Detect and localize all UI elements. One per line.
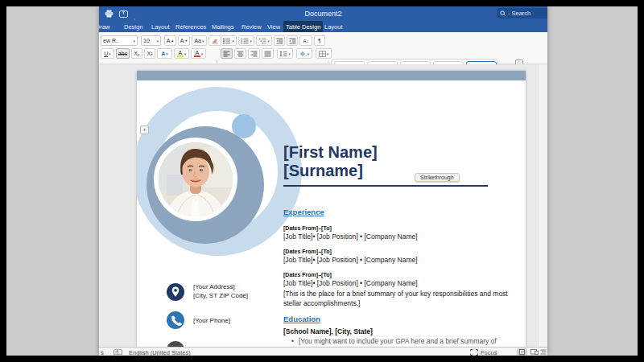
word-count-fragment[interactable]: s [101,349,104,356]
outline-view-button[interactable] [540,348,547,356]
show-marks-button[interactable]: ¶ [314,35,325,46]
indent-icon [289,38,296,44]
bullets-button[interactable] [221,35,237,46]
education-bullet-line[interactable]: • [You might want to include your GPA he… [291,337,526,345]
entry-role: [Job Title]• [Job Position] • [Company N… [283,257,418,264]
font-color-button[interactable]: A [191,48,206,59]
increase-indent-button[interactable] [287,35,298,46]
entry-dates: [Dates From]–[To] [283,272,418,278]
multilevel-list-icon [258,38,266,44]
vertical-scrollbar[interactable] [538,64,547,347]
first-name-text: [First Name] [283,143,378,162]
email-icon [167,341,184,347]
subscript-button[interactable]: X₂ [131,48,142,59]
sort-button[interactable]: A↓ [299,35,312,46]
tab-view[interactable]: View [265,21,283,32]
align-right-icon [250,51,258,57]
surname-text: [Surname] [283,162,378,180]
search-placeholder: Search [512,10,531,17]
eraser-icon [212,38,219,44]
tab-references[interactable]: References [173,21,208,32]
tab-table-layout[interactable]: Layout [322,21,345,32]
print-layout-view-button[interactable] [517,348,527,356]
multilevel-list-button[interactable] [256,35,272,46]
bullet-text: [You might want to include your GPA here… [299,337,497,345]
screen: Document2 Search Draw Design Layout Refe… [0,0,644,362]
document-page[interactable]: + [First Name] [Surname] Strikethrough E… [137,71,526,347]
table-move-handle[interactable]: + [140,125,149,134]
highlight-button[interactable]: A [174,48,189,59]
status-bar: s English (United States) Focus [99,347,547,356]
font-size-combo[interactable]: 10 [141,35,161,46]
align-right-button[interactable] [248,48,260,59]
experience-entry[interactable]: [Dates From]–[To] [Job Title]• [Job Posi… [283,249,418,264]
text-effects-button[interactable]: A [157,48,172,59]
search-input[interactable]: Search [497,8,547,19]
address-line1: [Your Address] [193,282,248,291]
font-name-combo[interactable]: ew R.. [101,35,138,46]
font-name-caret [133,38,135,43]
address-line2: [City, ST ZIP Code] [193,291,248,300]
shading-button[interactable] [296,48,312,59]
decrease-indent-button[interactable] [274,35,285,46]
window-title: Document2 [99,10,547,18]
proofing-icon[interactable] [114,349,122,356]
numbering-button[interactable] [238,35,254,46]
entry-dates: [Dates From]–[To] [283,249,418,254]
titlebar: Document2 Search [99,6,547,21]
education-heading[interactable]: Education [283,315,320,323]
document-canvas: + [First Name] [Surname] Strikethrough E… [99,64,547,347]
language-status[interactable]: English (United States) [129,349,191,356]
align-center-icon [237,51,244,57]
search-icon [500,10,506,17]
justify-icon [264,51,271,57]
experience-entry[interactable]: [Dates From]–[To] [Job Title]• [Job Posi… [283,272,418,287]
portrait-image [159,142,233,216]
entry-role: [Job Title]• [Job Position] • [Company N… [283,280,418,287]
tab-draw[interactable]: Draw [99,21,113,32]
borders-grid-icon [319,51,326,57]
web-layout-view-button[interactable] [529,348,539,356]
experience-entry[interactable]: [Dates From]–[To] [Job Title]• [Job Posi… [283,225,418,241]
title-rule [283,185,488,187]
underline-button[interactable]: U [101,48,114,59]
page-header-band [137,71,526,80]
phone-icon [167,311,184,329]
outdent-icon [276,38,283,44]
font-name-value: ew R.. [103,38,119,43]
address-text[interactable]: [Your Address] [City, ST ZIP Code] [193,282,248,300]
ribbon-tabs: Draw Design Layout References Mailings R… [99,21,547,32]
search-scope-caret [508,10,510,17]
borders-button[interactable] [316,48,332,59]
tab-review[interactable]: Review [239,21,264,32]
superscript-button[interactable]: X² [144,48,155,59]
font-size-caret [156,38,159,43]
tab-design[interactable]: Design [122,21,145,32]
align-center-button[interactable] [234,48,246,59]
tab-mailings[interactable]: Mailings [209,21,237,32]
focus-label[interactable]: Focus [481,349,497,356]
school-line[interactable]: [School Name], [City, State] [283,327,373,335]
align-left-button[interactable] [221,48,233,59]
grow-font-button[interactable]: A▲ [164,35,176,46]
name-title[interactable]: [First Name] [Surname] [283,143,378,180]
justify-button[interactable] [262,48,274,59]
summary-paragraph[interactable]: [This is the place for a brief summary o… [283,290,526,308]
line-spacing-button[interactable] [277,48,293,59]
phone-text[interactable]: [Your Phone] [193,316,230,325]
profile-photo[interactable] [154,138,237,221]
font-color-bar [194,56,200,57]
strikethrough-tooltip: Strikethrough [415,173,460,182]
shrink-font-button[interactable]: A▼ [178,35,190,46]
change-case-button[interactable]: Aa [192,35,207,46]
strikethrough-button[interactable]: abc [116,48,130,59]
tab-table-design[interactable]: Table Design [283,21,323,32]
bullet-list-icon [223,38,231,44]
align-left-icon [223,51,230,57]
numbered-list-icon [241,38,249,44]
experience-heading[interactable]: Experience [283,208,324,216]
paint-bucket-icon [299,51,307,57]
tab-layout[interactable]: Layout [149,21,172,32]
bullet-glyph: • [291,337,294,345]
clear-formatting-button[interactable] [208,35,221,46]
